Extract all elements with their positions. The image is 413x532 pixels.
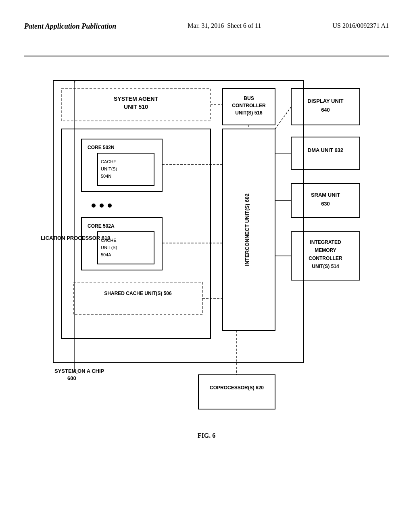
svg-text:640: 640: [321, 107, 330, 113]
svg-rect-4: [61, 129, 211, 339]
svg-rect-6: [81, 139, 162, 191]
fig-label: FIG. 6: [198, 432, 215, 439]
svg-rect-0: [53, 81, 303, 363]
svg-text:600: 600: [67, 375, 76, 381]
svg-rect-36: [291, 183, 360, 218]
svg-text:MEMORY: MEMORY: [315, 247, 336, 253]
svg-text:UNIT(S): UNIT(S): [101, 166, 117, 171]
page-header: Patent Application Publication Mar. 31, …: [0, 22, 413, 31]
svg-text:SYSTEM ON A CHIP: SYSTEM ON A CHIP: [54, 368, 104, 374]
svg-text:504A: 504A: [101, 252, 111, 257]
svg-text:APPLICATION PROCESSOR 610: APPLICATION PROCESSOR 610: [41, 235, 111, 241]
header-divider: [24, 56, 389, 56]
svg-rect-25: [223, 89, 275, 125]
svg-rect-31: [291, 89, 360, 125]
svg-rect-29: [198, 375, 275, 409]
svg-rect-17: [98, 232, 154, 264]
svg-text:504N: 504N: [101, 174, 111, 179]
svg-text:CORE 502N: CORE 502N: [88, 145, 115, 150]
svg-text:DMA UNIT 632: DMA UNIT 632: [308, 147, 343, 153]
svg-text:CONTROLLER: CONTROLLER: [232, 103, 266, 108]
svg-text:CACHE: CACHE: [101, 238, 117, 243]
publication-date-sheet: Mar. 31, 2016 Sheet 6 of 11: [188, 22, 261, 29]
svg-text:CONTROLLER: CONTROLLER: [309, 256, 342, 261]
svg-point-14: [108, 204, 112, 208]
svg-text:BUS: BUS: [244, 96, 254, 101]
svg-line-51: [275, 107, 291, 129]
svg-rect-39: [291, 232, 360, 280]
svg-text:COPROCESSOR(S) 620: COPROCESSOR(S) 620: [210, 385, 264, 391]
svg-text:UNIT(S): UNIT(S): [101, 245, 117, 250]
svg-text:UNIT(S) 514: UNIT(S) 514: [312, 264, 339, 269]
svg-text:CORE 502A: CORE 502A: [88, 223, 115, 229]
svg-text:UNIT 510: UNIT 510: [124, 104, 148, 110]
svg-rect-8: [98, 153, 154, 185]
svg-rect-23: [223, 129, 275, 330]
svg-text:INTERCONNECT UNIT(S) 602: INTERCONNECT UNIT(S) 602: [244, 193, 250, 266]
publication-title: Patent Application Publication: [24, 22, 116, 31]
svg-text:SHARED CACHE UNIT(S) 506: SHARED CACHE UNIT(S) 506: [104, 291, 172, 296]
svg-text:SYSTEM AGENT: SYSTEM AGENT: [114, 96, 158, 102]
svg-point-13: [100, 204, 104, 208]
svg-text:UNIT(S) 516: UNIT(S) 516: [235, 110, 263, 116]
svg-point-12: [92, 204, 96, 208]
svg-text:INTEGRATED: INTEGRATED: [310, 239, 341, 245]
diagram-container: SYSTEM AGENT UNIT 510 APPLICATION PROCES…: [41, 69, 372, 451]
svg-text:DISPLAY UNIT: DISPLAY UNIT: [308, 98, 344, 104]
svg-rect-21: [73, 282, 202, 314]
patent-number: US 2016/0092371 A1: [332, 22, 389, 29]
svg-rect-15: [81, 218, 162, 270]
svg-text:630: 630: [321, 201, 330, 207]
svg-rect-34: [291, 137, 360, 169]
diagram-svg: SYSTEM AGENT UNIT 510 APPLICATION PROCES…: [41, 69, 372, 451]
svg-rect-1: [61, 89, 211, 121]
svg-text:SRAM UNIT: SRAM UNIT: [311, 192, 340, 198]
svg-text:CACHE: CACHE: [101, 159, 117, 164]
